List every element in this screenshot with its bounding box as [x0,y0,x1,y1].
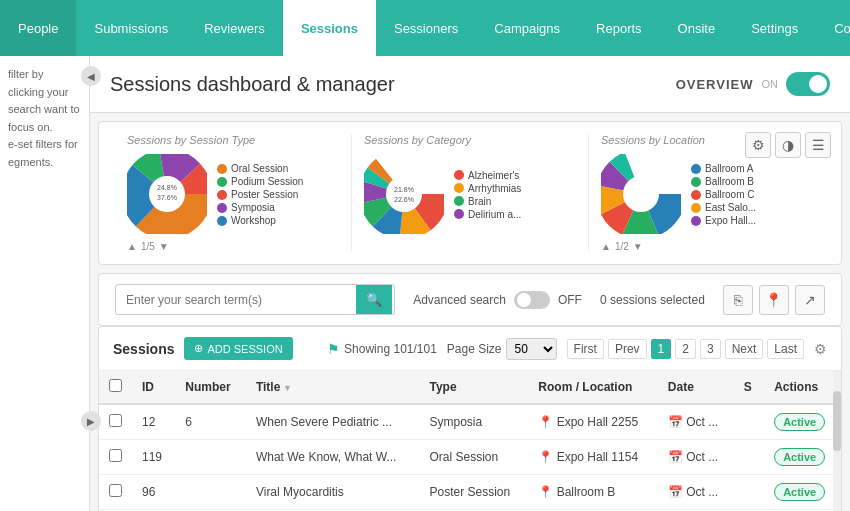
advanced-search-off: OFF [558,293,582,307]
plus-icon: ⊕ [194,342,203,355]
sidebar-toggle-bottom[interactable]: ▶ [81,411,101,431]
chart-pie-icon[interactable]: ◑ [775,132,801,158]
nav-item-onsite[interactable]: Onsite [660,0,734,56]
nav-item-people[interactable]: People [0,0,76,56]
export-icon[interactable]: ↗ [795,285,825,315]
nav-item-submissions[interactable]: Submissions [76,0,186,56]
charts-section: ⚙ ◑ ☰ Sessions by Session Type [98,121,842,265]
cell-location: 📍 Expo Hall 1154 [528,440,657,475]
col-title[interactable]: Title [246,371,420,404]
svg-text:24.8%: 24.8% [157,184,177,191]
nav-item-campaigns[interactable]: Campaigns [476,0,578,56]
cell-location: 📍 Ballroom B [528,475,657,510]
svg-text:37.6%: 37.6% [157,194,177,201]
table-header-right: ⚑ Showing 101/101 Page Size 50 10 25 100 [327,338,827,360]
flag-icon: ⚑ [327,341,340,357]
chart-session-type: Sessions by Session Type 2 [115,134,352,252]
status-badge: Active [774,413,825,431]
row-checkbox[interactable] [109,449,122,462]
advanced-search-toggle[interactable] [514,291,550,309]
cell-title: Viral Myocarditis [246,475,420,510]
scroll-thumb [833,391,841,451]
cell-title: When Severe Pediatric ... [246,404,420,440]
sessions-table: ID Number Title Type Room / Location Dat… [99,371,841,511]
page-1-button[interactable]: 1 [651,339,672,359]
status-badge: Active [774,483,825,501]
page-last-button[interactable]: Last [767,339,804,359]
page-next-button[interactable]: Next [725,339,764,359]
table-header-left: Sessions ⊕ ADD SESSION [113,337,293,360]
advanced-search-wrap: Advanced search OFF [413,291,582,309]
calendar-icon: 📅 [668,450,683,464]
cell-actions: Active [764,404,841,440]
select-all-checkbox[interactable] [109,379,122,392]
copy-icon[interactable]: ⎘ [723,285,753,315]
chart3-legend: Ballroom A Ballroom B Ballroom C East Sa… [691,163,756,228]
cell-actions: Active [764,475,841,510]
svg-point-15 [386,176,422,212]
overview-toggle[interactable] [786,72,830,96]
page-prev-button[interactable]: Prev [608,339,647,359]
table-wrapper: ID Number Title Type Room / Location Dat… [99,371,841,511]
nav-item-reports[interactable]: Reports [578,0,660,56]
scrollbar[interactable] [833,371,841,511]
sessions-selected-count: 0 sessions selected [600,293,705,307]
cell-date: 📅 Oct ... [658,440,734,475]
nav-item-settings[interactable]: Settings [733,0,816,56]
cell-number [175,440,246,475]
add-session-button[interactable]: ⊕ ADD SESSION [184,337,292,360]
col-date: Date [658,371,734,404]
col-s: S [734,371,764,404]
sidebar-toggle-top[interactable]: ◀ [81,66,101,86]
cell-date: 📅 Oct ... [658,475,734,510]
main-nav: People Submissions Reviewers Sessions Se… [0,0,850,56]
chart1-pie: 24.8% 37.6% [127,154,207,237]
chart-list-icon[interactable]: ☰ [805,132,831,158]
row-checkbox[interactable] [109,414,122,427]
cell-type: Poster Session [419,475,528,510]
page-size-select[interactable]: 50 10 25 100 [506,338,557,360]
cell-type: Symposia [419,404,528,440]
calendar-icon: 📅 [668,485,683,499]
chart2-title: Sessions by Category [364,134,576,146]
cell-location: 📍 Expo Hall 2255 [528,404,657,440]
cell-s [734,475,764,510]
cell-number: 6 [175,404,246,440]
table-body: 12 6 When Severe Pediatric ... Symposia … [99,404,841,511]
cell-id: 96 [132,475,175,510]
nav-item-sessioners[interactable]: Sessioners [376,0,476,56]
nav-item-configuration[interactable]: Configuration [816,0,850,56]
table-section: Sessions ⊕ ADD SESSION ⚑ Showing 101/101… [98,326,842,511]
page-first-button[interactable]: First [567,339,604,359]
advanced-search-label: Advanced search [413,293,506,307]
table-settings-icon[interactable]: ⚙ [814,341,827,357]
overview-section: OVERVIEW ON [676,72,830,96]
svg-point-24 [623,176,659,212]
svg-text:22.6%: 22.6% [394,196,414,203]
search-button[interactable]: 🔍 [356,285,392,314]
chart2-legend: Alzheimer's Arrhythmias Brain Delirium a… [454,170,521,222]
nav-item-sessions[interactable]: Sessions [283,0,376,56]
cell-actions: Active [764,440,841,475]
sidebar-text4: egments. [8,156,53,168]
cell-date: 📅 Oct ... [658,404,734,440]
overview-label: OVERVIEW [676,77,754,92]
main-content: Sessions dashboard & manager OVERVIEW ON… [90,56,850,511]
chart1-nav: ▲ 1/5 ▼ [127,241,339,252]
page-3-button[interactable]: 3 [700,339,721,359]
chart-settings-icon[interactable]: ⚙ [745,132,771,158]
cell-type: Oral Session [419,440,528,475]
nav-item-reviewers[interactable]: Reviewers [186,0,283,56]
search-input[interactable] [116,287,356,313]
location-icon[interactable]: 📍 [759,285,789,315]
cell-id: 119 [132,440,175,475]
chart3-nav: ▲ 1/2 ▼ [601,241,813,252]
pin-icon: 📍 [538,450,553,464]
cell-id: 12 [132,404,175,440]
charts-toolbar: ⚙ ◑ ☰ [745,132,831,158]
chart1-title: Sessions by Session Type [127,134,339,146]
table-header-row: ID Number Title Type Room / Location Dat… [99,371,841,404]
page-2-button[interactable]: 2 [675,339,696,359]
col-room-location: Room / Location [528,371,657,404]
row-checkbox[interactable] [109,484,122,497]
